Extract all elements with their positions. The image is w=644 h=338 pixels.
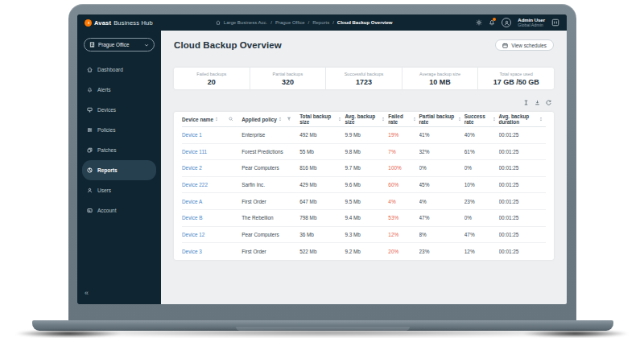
cell-policy: Pear Computers	[242, 232, 299, 237]
sort-icon[interactable]	[539, 117, 543, 122]
device-link[interactable]: Device 111	[182, 149, 242, 155]
table-toolbar	[174, 94, 551, 109]
device-link[interactable]: Device B	[182, 215, 242, 221]
user-role: Global Admin	[518, 23, 545, 27]
filter-funnel-icon[interactable]	[287, 117, 291, 122]
cell-total-size: 647 Mb	[299, 199, 345, 204]
stat-label: Successful backups	[345, 72, 384, 76]
breadcrumb-separator: /	[332, 20, 334, 25]
sort-icon[interactable]	[279, 117, 282, 122]
device-link[interactable]: Device 222	[182, 182, 242, 188]
column-header-failed-rate[interactable]: Failed rate	[388, 113, 419, 125]
sort-icon[interactable]	[493, 117, 496, 122]
download-icon[interactable]	[535, 94, 540, 109]
cell-duration: 00:01:25	[499, 232, 546, 237]
cell-failed-rate: 100%	[388, 165, 419, 171]
user-icon	[87, 188, 93, 193]
breadcrumb-item[interactable]: Reports	[312, 20, 329, 25]
device-link[interactable]: Device 12	[182, 232, 242, 237]
sidebar-item-policies[interactable]: Policies	[82, 120, 156, 140]
stat-label: Failed backups	[196, 72, 226, 76]
cell-success-rate: 23%	[464, 199, 499, 204]
sidebar-item-account[interactable]: Account	[82, 200, 156, 221]
sort-icon[interactable]	[458, 117, 461, 122]
brand-name-bold: Avast	[94, 19, 111, 27]
cell-policy: Enterprise	[242, 132, 299, 138]
sidebar-item-patches[interactable]: Patches	[82, 140, 156, 160]
laptop-foot-shadow	[16, 330, 121, 337]
stat-partial-backups: Partial backups 320	[250, 68, 327, 89]
sidebar-item-alerts[interactable]: Alerts	[82, 80, 156, 100]
sidebar-item-devices[interactable]: Devices	[82, 100, 156, 120]
cell-avg-size: 9.7 Mb	[345, 165, 388, 171]
sidebar-item-label: Users	[97, 188, 111, 193]
cell-duration: 00:01:25	[499, 149, 546, 155]
cell-failed-rate: 60%	[388, 182, 419, 188]
home-icon[interactable]	[216, 20, 221, 25]
device-link[interactable]: Device A	[182, 199, 242, 204]
brand-logo[interactable]: Avast Business Hub	[85, 19, 153, 27]
table-row: Device 111 Forest Predictions 55 Mb 9.8 …	[182, 144, 546, 161]
notifications-bell-icon[interactable]	[489, 19, 495, 26]
cell-total-size: 522 Mb	[299, 249, 345, 254]
column-header-total-backup-size[interactable]: Total backup size	[299, 113, 345, 125]
org-selector[interactable]: Prague Office	[84, 38, 155, 52]
user-avatar[interactable]	[502, 18, 511, 27]
device-link[interactable]: Device 3	[182, 249, 242, 254]
cell-avg-size: 9.2 Mb	[345, 249, 388, 254]
sidebar-item-label: Account	[97, 208, 117, 213]
app-window: Avast Business Hub Large Business Acc. /…	[77, 14, 567, 304]
cell-success-rate: 10%	[464, 182, 499, 188]
sidebar-collapse-button[interactable]: «	[77, 289, 161, 304]
sort-icon[interactable]	[215, 117, 218, 122]
id-card-icon	[87, 208, 93, 213]
cell-avg-size: 9.8 Mb	[345, 149, 388, 155]
device-link[interactable]: Device 1	[182, 132, 242, 138]
apps-launcher-icon[interactable]	[551, 19, 559, 27]
cell-partial-rate: 0%	[419, 165, 464, 171]
breadcrumb-item[interactable]: Large Business Acc.	[224, 20, 267, 25]
user-menu[interactable]: Admin User Global Admin	[518, 18, 545, 28]
backup-report-table: Device name Applied policy Total backup	[174, 112, 554, 260]
device-link[interactable]: Device 2	[182, 165, 242, 171]
sort-icon[interactable]	[338, 117, 341, 122]
settings-gear-icon[interactable]	[476, 19, 482, 26]
column-header-applied-policy[interactable]: Applied policy	[242, 117, 299, 122]
brand-name-rest: Business Hub	[114, 19, 153, 27]
view-schedules-button[interactable]: View schedules	[495, 39, 554, 51]
refresh-icon[interactable]	[546, 94, 551, 109]
sliders-icon	[87, 127, 93, 133]
column-header-avg-backup-duration[interactable]: Avg. backup duration	[499, 113, 546, 125]
cell-success-rate: 0%	[464, 215, 499, 221]
sidebar-item-label: Patches	[97, 147, 117, 153]
column-header-avg-backup-size[interactable]: Avg. backup size	[345, 113, 388, 125]
cell-duration: 00:01:25	[499, 249, 546, 254]
sidebar-item-reports[interactable]: Reports	[82, 160, 156, 180]
columns-icon[interactable]	[523, 94, 529, 109]
page-title: Cloud Backup Overview	[174, 40, 282, 50]
sort-icon[interactable]	[413, 117, 416, 122]
breadcrumb-separator: /	[308, 20, 309, 25]
breadcrumb-separator: /	[270, 20, 272, 25]
sidebar-item-users[interactable]: Users	[82, 180, 156, 200]
cell-success-rate: 40%	[464, 132, 499, 138]
cell-policy: Pear Computers	[242, 165, 299, 171]
search-icon[interactable]	[229, 117, 233, 122]
table-row: Device 12 Pear Computers 36 Mb 9.3 Mb 12…	[182, 227, 546, 244]
sidebar-item-dashboard[interactable]: Dashboard	[82, 60, 156, 80]
cell-failed-rate: 19%	[388, 132, 419, 138]
column-header-partial-backup-rate[interactable]: Partial backup rate	[419, 113, 464, 125]
cell-avg-size: 9.4 Mb	[345, 215, 388, 221]
column-header-device-name[interactable]: Device name	[182, 117, 242, 122]
sidebar-item-label: Devices	[97, 107, 116, 113]
main-content: Cloud Backup Overview View schedules Fai…	[161, 31, 567, 304]
avast-logo-icon	[85, 19, 92, 27]
table-row: Device 2 Pear Computers 816 Mb 9.7 Mb 10…	[182, 160, 546, 177]
cell-partial-rate: 32%	[419, 149, 464, 155]
column-header-success-rate[interactable]: Success rate	[464, 113, 499, 125]
cell-policy: Forest Predictions	[242, 149, 299, 155]
cell-success-rate: 61%	[464, 149, 499, 155]
table-row: Device 3 First Order 522 Mb 9.2 Mb 20% 2…	[182, 243, 546, 260]
breadcrumb-item[interactable]: Prague Office	[275, 20, 305, 25]
sort-icon[interactable]	[382, 117, 385, 122]
